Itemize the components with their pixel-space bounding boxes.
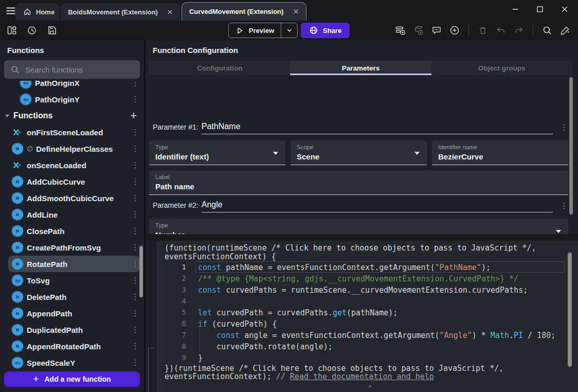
code-wrapper-header[interactable]: (function(runtimeScene /* Click here to …	[162, 241, 578, 261]
item-menu-icon[interactable]: ⋮	[131, 342, 140, 351]
code-line-9[interactable]: 9}	[162, 352, 578, 363]
line-number: 6	[162, 318, 186, 329]
field-label[interactable]: LabelPath name	[149, 170, 568, 195]
item-menu-icon[interactable]: ⋮	[131, 177, 140, 186]
sidebar-item-closepath[interactable]: »ClosePath⋮	[0, 223, 144, 239]
panels-icon[interactable]	[6, 25, 17, 36]
code-line-7[interactable]: 7const angle = eventsFunctionContext.get…	[162, 329, 578, 341]
add-new-function-button[interactable]: + Add a new function	[4, 371, 140, 387]
window-tab-home[interactable]: Home	[15, 3, 60, 21]
code-line-3[interactable]: 3const curvedPaths = runtimeScene.__curv…	[162, 284, 578, 295]
sidebar-item-appendrotatedpath[interactable]: »AppendRotatedPath⋮	[0, 338, 144, 354]
sidebar-item-deletepath[interactable]: »DeletePath⋮	[0, 289, 144, 305]
action-gear-icon: »	[12, 144, 23, 154]
parameter-menu-icon[interactable]: ⋮	[560, 201, 568, 212]
collapse-triangle-icon[interactable]	[5, 115, 9, 117]
sidebar-scrollbar[interactable]	[139, 246, 143, 297]
code-line-2[interactable]: 2/** @type {Map<string, gdjs.__curvedMov…	[162, 273, 578, 284]
add-function-plus-icon[interactable]: +	[130, 111, 137, 121]
function-name: AddSmoothCubicCurve	[27, 194, 114, 203]
sidebar-item-addsmoothcubiccurve[interactable]: »AddSmoothCubicCurve⋮	[0, 190, 144, 206]
sidebar-item-onfirstsceneloaded[interactable]: onFirstSceneLoaded⋮	[0, 124, 144, 140]
item-menu-icon[interactable]: ⋮	[131, 95, 140, 104]
item-menu-icon[interactable]: ⋮	[131, 243, 140, 252]
item-menu-icon[interactable]: ⋮	[131, 81, 140, 87]
wrapper-line: eventsFunctionContext); // Read the docu…	[165, 372, 573, 381]
item-menu-icon[interactable]: ⋮	[131, 193, 140, 203]
menu-icon[interactable]	[5, 5, 16, 16]
field-identifier-name[interactable]: Identifier nameBezierCurve	[432, 140, 568, 165]
preview-button[interactable]: Preview	[228, 23, 298, 38]
sidebar-item-pathoriginx[interactable]: f(x)PathOriginX⋮	[0, 81, 144, 91]
sidebar-item-pathoriginy[interactable]: f(x)PathOriginY⋮	[0, 91, 144, 108]
history-icon[interactable]	[26, 25, 38, 36]
close-tab-icon[interactable]	[291, 7, 301, 17]
window-tab-boidsmovement-extension[interactable]: BoidsMovement (Extension)	[61, 3, 180, 21]
sidebar-item-speedscaley[interactable]: f(x)SpeedScaleY⋮	[0, 354, 144, 370]
tab-parameters[interactable]: Parameters	[290, 61, 431, 75]
tab-configuration[interactable]: Configuration	[149, 61, 290, 75]
code-line-6[interactable]: 6if (curvedPath) {	[162, 318, 578, 329]
sidebar-item-appendpath[interactable]: »AppendPath⋮	[0, 305, 144, 322]
pen-sparkle-icon[interactable]	[559, 25, 571, 36]
close-icon[interactable]	[559, 4, 570, 14]
line-number: 3	[162, 284, 186, 295]
add-event-icon[interactable]	[395, 25, 406, 36]
code-line-8[interactable]: 8curvedPath.rotate(angle);	[162, 341, 578, 352]
item-menu-icon[interactable]: ⋮	[131, 325, 140, 334]
item-menu-icon[interactable]: ⋮	[131, 276, 140, 285]
window-tab-curvedmovement-extension[interactable]: CurvedMovement (Extension)	[182, 2, 306, 21]
minimize-icon[interactable]	[510, 4, 520, 14]
event-indent-guide	[148, 348, 155, 392]
sidebar-item-createpathfromsvg[interactable]: »CreatePathFromSvg⋮	[0, 239, 144, 256]
parameter-menu-icon[interactable]: ⋮	[560, 123, 568, 134]
share-button[interactable]: Share	[301, 23, 350, 38]
javascript-code-editor[interactable]: (function(runtimeScene /* Click here to …	[162, 241, 578, 392]
action-gear-icon: »	[12, 176, 23, 187]
parameters-scrollbar[interactable]	[569, 77, 573, 215]
preview-button-main[interactable]: Preview	[229, 26, 281, 35]
sidebar-item-onsceneloaded[interactable]: onSceneLoaded⋮	[0, 157, 144, 173]
wrapper-line: eventsFunctionContext) {	[165, 253, 573, 261]
sidebar-item-definehelperclasses[interactable]: »∅DefineHelperClasses⋮	[0, 140, 144, 157]
code-line-4[interactable]: 4	[162, 295, 578, 307]
search-functions-input[interactable]	[25, 65, 134, 74]
editor-scrollbar[interactable]	[568, 253, 572, 367]
item-menu-icon[interactable]: ⋮	[131, 226, 140, 236]
add-circle-icon[interactable]	[449, 25, 460, 36]
sidebar-item-addline[interactable]: »AddLine⋮	[0, 206, 144, 223]
item-menu-icon[interactable]: ⋮	[131, 292, 140, 301]
search-functions-box[interactable]	[4, 60, 140, 79]
item-menu-icon[interactable]: ⋮	[131, 358, 140, 367]
tab-object-groups[interactable]: Object groups	[431, 61, 572, 75]
close-tab-icon[interactable]	[165, 7, 175, 17]
select-type[interactable]: TypeIdentifier (text)	[149, 140, 285, 165]
item-menu-icon[interactable]: ⋮	[131, 128, 140, 137]
documentation-link[interactable]: Read the documentation and help	[290, 372, 434, 381]
item-menu-icon[interactable]: ⋮	[131, 309, 140, 318]
parameter-name-input[interactable]: Angle	[202, 200, 553, 212]
wrapper-line: (function(runtimeScene /* Click here to …	[165, 244, 573, 253]
code-line-5[interactable]: 5let curvedPath = curvedPaths.get(pathNa…	[162, 307, 578, 318]
item-menu-icon[interactable]: ⋮	[131, 210, 140, 219]
add-comment-icon[interactable]	[431, 25, 442, 36]
sidebar-item-duplicatedpath[interactable]: »DuplicatedPath⋮	[0, 322, 144, 338]
item-menu-icon[interactable]: ⋮	[131, 259, 140, 269]
function-name: onSceneLoaded	[27, 161, 86, 170]
select-scope[interactable]: ScopeScene	[291, 140, 427, 165]
item-menu-icon[interactable]: ⋮	[131, 144, 140, 153]
item-menu-icon[interactable]: ⋮	[131, 161, 140, 170]
code-line-1[interactable]: 1const pathName = eventsFunctionContext.…	[162, 261, 578, 273]
save-icon[interactable]	[46, 25, 58, 36]
sidebar-item-addcubiccurve[interactable]: »AddCubicCurve⋮	[0, 173, 144, 190]
functions-group-header[interactable]: Functions+	[0, 108, 144, 124]
action-gear-icon: »	[12, 292, 23, 302]
sidebar-item-rotatepath[interactable]: »RotatePath⋮	[8, 256, 140, 272]
action-gear-icon: »	[12, 341, 23, 351]
parameter-name-input[interactable]: PathName	[202, 122, 553, 134]
preview-dropdown-button[interactable]	[281, 23, 297, 38]
maximize-icon[interactable]	[535, 4, 545, 14]
search-icon[interactable]	[541, 25, 553, 36]
collapse-caret-icon[interactable]: ^	[368, 384, 372, 392]
sidebar-item-tosvg[interactable]: f(x)ToSvg⋮	[0, 272, 144, 289]
